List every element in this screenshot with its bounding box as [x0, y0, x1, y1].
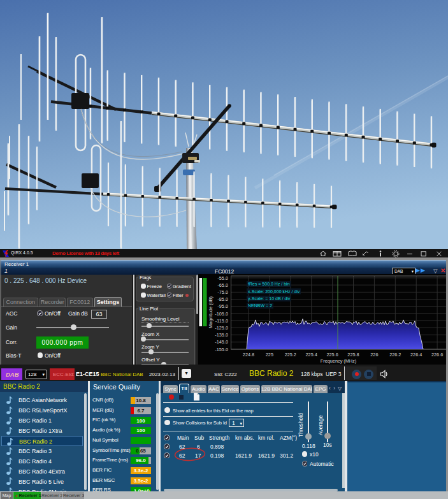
svg-text:Average: Average — [317, 415, 324, 435]
svg-text:Threshold: Threshold — [298, 413, 304, 437]
svg-text:226.2: 226.2 — [389, 352, 401, 358]
svg-text:-145.0: -145.0 — [215, 339, 228, 345]
svg-text:-65.0: -65.0 — [217, 282, 228, 288]
svg-text:-135.0: -135.0 — [215, 332, 228, 338]
svg-text:-75.0: -75.0 — [217, 289, 228, 295]
svg-text:226.4: 226.4 — [410, 352, 422, 358]
svg-text:fRes = 500,0 Hz / bin: fRes = 500,0 Hz / bin — [248, 282, 290, 286]
svg-text:225.4: 225.4 — [306, 352, 317, 358]
svg-text:-155.0: -155.0 — [215, 347, 228, 352]
svg-text:225.6: 225.6 — [326, 352, 338, 358]
svg-text:Magnitude (dB): Magnitude (dB) — [208, 296, 213, 328]
svg-text:-95.0: -95.0 — [217, 303, 228, 309]
svg-text:Frequency (MHz): Frequency (MHz) — [321, 358, 356, 364]
svg-text:-85.0: -85.0 — [217, 296, 228, 302]
svg-text:x-Scale: 200,000 kHz / div: x-Scale: 200,000 kHz / div — [248, 289, 300, 294]
svg-text:NENBW = 2: NENBW = 2 — [248, 303, 272, 308]
svg-text:226.6: 226.6 — [431, 352, 443, 358]
svg-text:-105.0: -105.0 — [215, 311, 228, 317]
svg-text:224.8: 224.8 — [243, 352, 254, 358]
svg-text:225.8: 225.8 — [347, 352, 359, 358]
svg-text:225: 225 — [266, 352, 273, 358]
svg-text:225.2: 225.2 — [285, 352, 296, 358]
svg-text:y-Scale: = 10 dB / div: y-Scale: = 10 dB / div — [248, 296, 291, 301]
svg-text:-125.0: -125.0 — [215, 325, 228, 331]
svg-text:-55.0: -55.0 — [217, 275, 228, 281]
svg-text:226: 226 — [370, 352, 378, 358]
svg-text:-115.0: -115.0 — [215, 318, 228, 324]
